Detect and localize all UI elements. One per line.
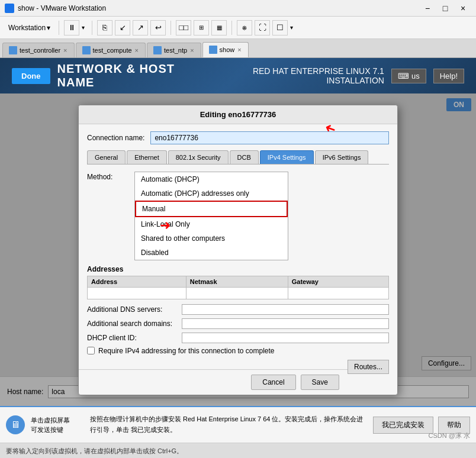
tab-8021x[interactable]: 802.1x Security <box>168 150 229 164</box>
addresses-label: Addresses <box>87 265 123 273</box>
require-ipv4-label: Require IPv4 addressing for this connect… <box>98 347 275 355</box>
toolbar-divider-4 <box>231 21 232 35</box>
done-button[interactable]: Done <box>12 68 50 84</box>
snapshot-button[interactable]: ↙ <box>115 20 130 36</box>
minimize-button[interactable]: − <box>419 2 436 15</box>
tab-test-compute[interactable]: test_compute × <box>76 43 146 57</box>
settings-button[interactable]: ☐ <box>272 20 288 36</box>
require-ipv4-checkbox[interactable] <box>87 347 95 354</box>
toolbar: Workstation ▾ ⏸ ▾ ⎘ ↙ ↗ ↩ □□ ⊞ ▦ ⎈ ⛶ ☐ ▾ <box>0 17 476 39</box>
tab-dcb[interactable]: DCB <box>230 150 259 164</box>
tab-ethernet[interactable]: Ethernet <box>127 150 167 164</box>
gateway-cell[interactable] <box>288 287 388 299</box>
tab-general[interactable]: General <box>87 150 126 164</box>
revert-button[interactable]: ↗ <box>133 20 148 36</box>
tab-label-ntp: test_ntp <box>164 47 187 54</box>
address-table: Address Netmask Gateway <box>87 276 389 299</box>
option-auto-dhcp-addr[interactable]: Automatic (DHCP) addresses only <box>135 186 288 201</box>
workstation-label: Workstation <box>8 24 46 32</box>
col-netmask: Netmask <box>186 276 288 287</box>
option-link-local[interactable]: Link-Local Only <box>135 217 288 231</box>
language-button[interactable]: ⌨ us <box>391 69 426 83</box>
tab-close-controller[interactable]: × <box>63 47 67 54</box>
dns-input[interactable] <box>182 304 389 315</box>
cancel-button[interactable]: Cancel <box>251 375 295 390</box>
tab-close-ntp[interactable]: × <box>189 47 194 54</box>
tab-close-show[interactable]: × <box>237 46 242 53</box>
tabs-with-arrow: General Ethernet 802.1x Security DCB IPv… <box>87 150 389 165</box>
search-domains-input[interactable] <box>182 318 389 329</box>
click-hint: 单击虚拟屏幕可发送按键 <box>31 415 84 435</box>
netmask-cell[interactable] <box>186 287 288 299</box>
network-header: Done NETWORK & HOST NAME RED HAT ENTERPR… <box>0 58 476 93</box>
tab-icon-controller <box>9 46 17 54</box>
dropdown-arrow-icon-3: ▾ <box>290 24 293 31</box>
dialog-overlay: Editing eno16777736 Connection name: Gen… <box>0 93 476 406</box>
col-gateway: Gateway <box>288 276 388 287</box>
option-manual[interactable]: Manual <box>135 201 288 217</box>
maximize-button[interactable]: □ <box>437 2 454 15</box>
tab-ipv4[interactable]: IPv4 Settings <box>260 150 314 164</box>
keyboard-icon: ⌨ <box>398 72 409 80</box>
usb-button[interactable]: ⎈ <box>237 20 252 36</box>
fullscreen-button[interactable]: ⛶ <box>255 20 270 36</box>
workstation-menu[interactable]: Workstation ▾ <box>5 22 54 34</box>
dropdown-arrow-icon: ▾ <box>47 24 50 32</box>
tab-label-compute: test_compute <box>93 47 132 54</box>
tab-test-controller[interactable]: test_controller × <box>2 43 75 57</box>
dhcp-id-label: DHCP client ID: <box>87 334 182 342</box>
dialog-tabs: General Ethernet 802.1x Security DCB IPv… <box>87 150 389 165</box>
toolbar-divider-1 <box>59 21 59 35</box>
dialog-title: Editing eno16777736 <box>79 105 397 124</box>
method-content: Automatic (DHCP) Automatic (DHCP) addres… <box>134 172 389 260</box>
view3-button[interactable]: ▦ <box>211 20 227 36</box>
view1-button[interactable]: □□ <box>176 20 191 36</box>
option-auto-dhcp[interactable]: Automatic (DHCP) <box>135 172 288 186</box>
help-button[interactable]: Help! <box>433 69 464 83</box>
save-button[interactable]: Save <box>301 375 339 390</box>
conn-name-label: Connection name: <box>87 134 144 142</box>
address-row <box>88 287 389 299</box>
tab-close-compute[interactable]: × <box>134 47 139 54</box>
search-domains-row: Additional search domains: <box>87 318 389 329</box>
bottom-bar: 🖥 单击虚拟屏幕可发送按键 按照在物理计算机中的步骤安装 Red Hat Ent… <box>0 406 476 458</box>
dropdown-arrow-icon-2: ▾ <box>82 24 85 31</box>
tab-test-ntp[interactable]: test_ntp × <box>147 43 201 57</box>
close-button[interactable]: × <box>455 2 471 15</box>
address-cell[interactable] <box>88 287 186 299</box>
tab-ipv6[interactable]: IPv6 Settings <box>315 150 369 164</box>
tab-show[interactable]: show × <box>202 42 249 57</box>
power-button[interactable]: ↩ <box>150 20 166 36</box>
tab-label-controller: test_controller <box>20 47 60 54</box>
address-table-header: Address Netmask Gateway <box>88 276 389 287</box>
dhcp-id-input[interactable] <box>182 333 389 343</box>
dialog-footer: Cancel Save <box>79 369 348 395</box>
method-row: Method: Automatic (DHCP) Automatic (DHCP… <box>87 172 389 260</box>
view2-button[interactable]: ⊞ <box>194 20 209 36</box>
tab-icon-compute <box>82 46 91 54</box>
send-ctrl-alt-del-button[interactable]: ⎘ <box>97 20 112 36</box>
header-left: Done NETWORK & HOST NAME <box>12 62 206 89</box>
click-hint-text: 单击虚拟屏幕可发送按键 <box>31 415 84 435</box>
monitor-icon: 🖥 <box>11 420 20 430</box>
lang-label: us <box>411 72 420 80</box>
connection-name-input[interactable] <box>150 131 389 144</box>
vm-display[interactable]: Done NETWORK & HOST NAME RED HAT ENTERPR… <box>0 58 476 406</box>
option-disabled[interactable]: Disabled <box>135 246 288 260</box>
header-right: RED HAT ENTERPRISE LINUX 7.1 INSTALLATIO… <box>206 66 464 85</box>
window-controls: − □ × <box>419 2 471 15</box>
edit-dialog: Editing eno16777736 Connection name: Gen… <box>78 105 398 395</box>
option-shared[interactable]: Shared to other computers <box>135 231 288 246</box>
complete-install-button[interactable]: 我已完成安装 <box>373 417 433 434</box>
search-domains-label: Additional search domains: <box>87 320 182 328</box>
pause-button[interactable]: ⏸ <box>64 20 79 36</box>
method-dropdown[interactable]: Automatic (DHCP) Automatic (DHCP) addres… <box>134 172 288 260</box>
tab-label-show: show <box>220 46 235 53</box>
routes-button[interactable]: Routes... <box>348 360 389 374</box>
tab-icon-ntp <box>153 46 162 54</box>
dialog-body: Connection name: General Ethernet 802.1x… <box>79 124 397 367</box>
install-title: RED HAT ENTERPRISE LINUX 7.1 INSTALLATIO… <box>206 66 384 85</box>
require-ipv4-row: Require IPv4 addressing for this connect… <box>87 347 389 355</box>
toolbar-divider-3 <box>171 21 171 35</box>
status-text: 要将输入定向到该虚拟机，请在虚拟机内部单击或按 Ctrl+G。 <box>6 447 183 456</box>
